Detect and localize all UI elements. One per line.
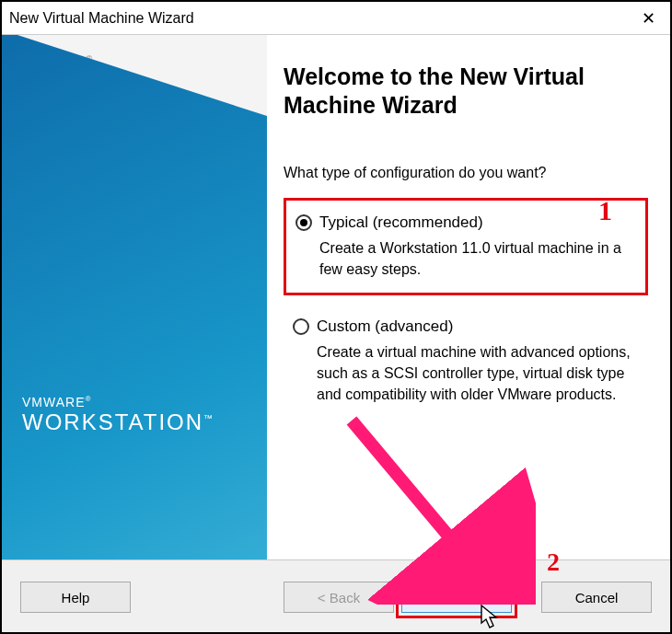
back-button: < Back — [284, 582, 394, 613]
workstation-reg: ® — [85, 395, 91, 403]
page-heading: Welcome to the New Virtual Machine Wizar… — [284, 63, 648, 121]
radio-custom[interactable] — [293, 318, 309, 335]
radio-custom-row[interactable]: Custom (advanced) — [293, 317, 639, 336]
help-button[interactable]: Help — [20, 582, 131, 613]
diagonal-graphic — [2, 35, 267, 559]
option-custom-desc: Create a virtual machine with advanced o… — [317, 341, 639, 406]
wizard-body: vmware® VMWARE® WORKSTATION™ Welcome to … — [2, 35, 670, 559]
radio-custom-label: Custom (advanced) — [317, 317, 453, 336]
close-icon[interactable]: ✕ — [634, 8, 663, 29]
annotation-step-2: 2 — [547, 548, 560, 577]
option-typical[interactable]: Typical (recommended) Create a Workstati… — [284, 198, 648, 295]
cancel-button[interactable]: Cancel — [541, 582, 652, 613]
annotation-step-1: 1 — [598, 195, 612, 226]
workstation-text-1: VMWARE — [22, 395, 85, 409]
radio-typical-label: Typical (recommended) — [319, 213, 483, 232]
workstation-tm: ™ — [203, 413, 214, 423]
option-custom[interactable]: Custom (advanced) Create a virtual machi… — [284, 305, 648, 419]
radio-typical-row[interactable]: Typical (recommended) — [295, 213, 636, 232]
titlebar: New Virtual Machine Wizard ✕ — [2, 2, 670, 35]
button-bar: Help < Back Next > Cancel — [2, 559, 670, 634]
radio-typical[interactable] — [295, 214, 312, 231]
next-button[interactable]: Next > — [401, 582, 512, 613]
workstation-label: VMWARE® WORKSTATION™ — [22, 395, 214, 435]
left-panel: vmware® VMWARE® WORKSTATION™ — [2, 35, 267, 559]
window-title: New Virtual Machine Wizard — [9, 10, 634, 27]
next-highlight: Next > — [396, 576, 517, 618]
right-panel: Welcome to the New Virtual Machine Wizar… — [267, 35, 670, 559]
workstation-text-2: WORKSTATION — [22, 409, 203, 434]
option-typical-desc: Create a Workstation 11.0 virtual machin… — [319, 237, 636, 280]
config-question: What type of configuration do you want? — [284, 165, 648, 181]
